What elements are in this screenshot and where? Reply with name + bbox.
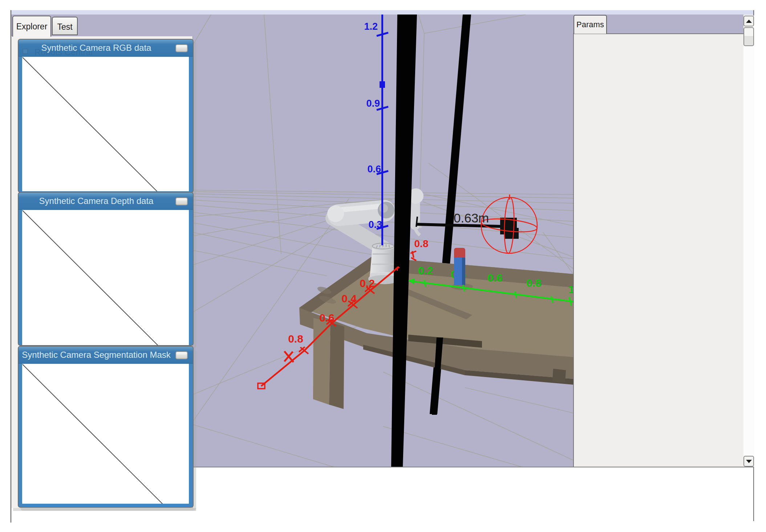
svg-text:0.6: 0.6 xyxy=(487,272,503,284)
svg-text:1: 1 xyxy=(568,283,573,295)
svg-text:0.2: 0.2 xyxy=(418,265,433,277)
svg-text:0.8: 0.8 xyxy=(288,333,303,345)
svg-text:0.8: 0.8 xyxy=(526,277,542,289)
svg-text:0.9: 0.9 xyxy=(366,98,380,109)
svg-text:1.2: 1.2 xyxy=(364,21,378,32)
svg-text:0.2: 0.2 xyxy=(360,277,375,289)
svg-text:0.6: 0.6 xyxy=(319,312,335,324)
svg-text:0.8: 0.8 xyxy=(414,238,429,249)
svg-text:0.6: 0.6 xyxy=(367,164,381,175)
svg-text:0.63m: 0.63m xyxy=(454,211,489,225)
svg-text:0.3: 0.3 xyxy=(368,219,382,230)
svg-text:0.4: 0.4 xyxy=(341,292,357,304)
